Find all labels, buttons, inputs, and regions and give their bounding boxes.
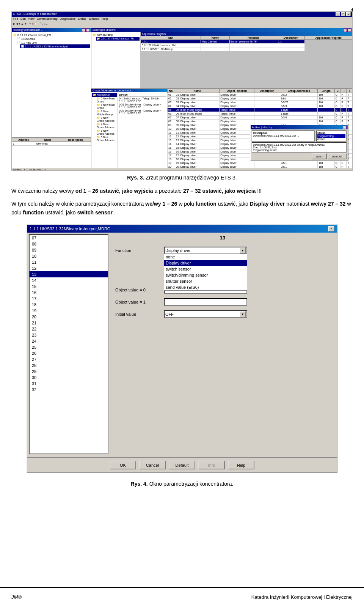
list-item-29[interactable]: 29 (30, 368, 108, 375)
list-item-09[interactable]: 09 (30, 247, 108, 253)
para1-text2: a pozostałe (154, 188, 183, 194)
ga-item-4[interactable]: 📁 3 New Group Address (96, 116, 117, 123)
status-dialog-close[interactable]: × (343, 126, 347, 129)
obj-value-0-label: Object value = 0 (115, 288, 161, 292)
para2-text7: . (114, 209, 116, 216)
initial-dropdown-arrow[interactable]: ▼ (240, 311, 246, 317)
ets-right-panel: Buildings/Functions _ × 📁 New Building 📁… (91, 28, 352, 168)
dialog-titlebar: 1.1.1 UK/S32.1 32f-Binary in-/output,MDR… (27, 225, 337, 233)
default-button[interactable]: Default (169, 461, 195, 469)
close-icon[interactable]: × (346, 12, 351, 16)
option-switch-dimming[interactable]: switch/dimming sensor (164, 272, 247, 278)
cancel-button[interactable]: Cancel (139, 461, 166, 469)
maximize-icon[interactable]: □ (341, 12, 345, 16)
figure3-caption-text: Zrzut programu narzędziowego ETS 3. (146, 175, 237, 181)
tree-item-2[interactable]: 📄1 New Area (16, 37, 90, 41)
ok-button[interactable]: OK (110, 461, 136, 469)
bt-item-1[interactable]: 📁 New Building (92, 33, 140, 37)
list-item-19[interactable]: 19 (30, 308, 108, 314)
ga-item-5[interactable]: 📁 4 New Group Address (96, 123, 117, 129)
list-item-27[interactable]: 27 (30, 356, 108, 362)
para2-bold6: switch sensor (77, 209, 113, 216)
ga-item-7[interactable]: 📁 6 New Group Address (96, 135, 117, 142)
objects-area: Group Addresses in concentrator... 📁 Mai… (91, 89, 352, 168)
buildings-panel-title: Buildings/Functions _ × (91, 28, 352, 32)
list-item-12[interactable]: 12 (30, 265, 108, 271)
para2-bold5: function (23, 209, 44, 216)
ga-item-3[interactable]: 📁 2 New Middle Group (96, 110, 117, 116)
list-item-22[interactable]: 22 (30, 326, 108, 332)
option-send-value[interactable]: send value (EIS6) (164, 284, 247, 290)
list-item-21[interactable]: 21 (30, 320, 108, 326)
menu-extras[interactable]: Extras (78, 17, 86, 20)
help-button[interactable]: Help (228, 461, 254, 469)
option-switch-sensor[interactable]: switch sensor (164, 266, 247, 272)
topology-panel-title: Topology (concentrator ... _ × (12, 28, 91, 32)
list-item-15[interactable]: 15 (30, 283, 108, 290)
application-panel: Application Program SlotNameFunctionDesc… (141, 32, 352, 88)
para1-bold2: 27 – 32 ustawić, jako wejścia (183, 188, 256, 194)
list-item-18[interactable]: 18 (30, 302, 108, 308)
list-item-24[interactable]: 24 (30, 338, 108, 344)
function-row: Function Display driver ▼ none Display d… (114, 246, 331, 255)
option-none[interactable]: none (164, 254, 247, 260)
list-item-10[interactable]: 10 (30, 253, 108, 259)
list-item-26[interactable]: 26 (30, 350, 108, 356)
menu-commissioning[interactable]: Commissioning (37, 17, 58, 20)
function-dropdown-arrow[interactable]: ▼ (240, 247, 246, 253)
menu-help[interactable]: Help (102, 17, 108, 20)
tree-item-4[interactable]: 📄1.1.1 UK/S32.1 32f-Binary in-/output (20, 44, 90, 48)
option-shutter[interactable]: shutter sensor (164, 278, 247, 284)
ets-toolbar: ▶ ◀ ■ ▲ ▼ | ✂ ⎘ 📋 | 🔍 | ... (12, 21, 352, 28)
ga-item-1[interactable]: 📁 0 New Main Group (96, 97, 117, 103)
minimize-icon[interactable]: _ (336, 12, 340, 16)
option-display-driver[interactable]: Display driver (164, 260, 247, 266)
para2-text6: ustawić, jako (45, 209, 77, 216)
para2-text4: natomiast (286, 201, 311, 207)
function-dropdown[interactable]: Display driver ▼ (164, 247, 247, 254)
list-item-11[interactable]: 11 (30, 259, 108, 265)
list-item-31[interactable]: 31 (30, 381, 108, 387)
ga-item-maingroup[interactable]: 📁 Maingroup (92, 93, 117, 97)
list-item-25[interactable]: 25 (30, 344, 108, 350)
bp-close-icon[interactable]: × (347, 28, 351, 32)
list-item-28[interactable]: 28 (30, 362, 108, 368)
list-item-16[interactable]: 16 (30, 290, 108, 296)
ga-item-2[interactable]: 📁 1 New Main Group (96, 103, 117, 110)
menu-file[interactable]: File (13, 17, 18, 20)
initial-value-dropdown[interactable]: OFF ▼ (164, 310, 247, 318)
ga-item-6[interactable]: 📁 5 New Group Address (96, 129, 117, 135)
list-item-17[interactable]: 17 (30, 296, 108, 302)
tree-item-1[interactable]: 📁0.0.1.27 #Switch sensor_FM (13, 33, 90, 37)
menu-window[interactable]: Window (89, 17, 99, 20)
dialog-close-btn[interactable]: × (328, 226, 334, 231)
bt-item-2[interactable]: 📁 0.0.1.27 #Switch sensor_FM (96, 37, 140, 41)
ets-title: ETS3 - Buildings in concentrator (13, 12, 57, 16)
menu-diagnostics[interactable]: Diagnostics (60, 17, 75, 20)
list-item-32[interactable]: 32 (30, 387, 108, 393)
bp-min-icon[interactable]: _ (343, 28, 347, 32)
abort-button[interactable]: Abort (312, 153, 327, 159)
io-list-scroll[interactable]: 07 08 09 10 11 12 13 14 15 16 17 18 19 2… (29, 234, 108, 454)
list-item-23[interactable]: 23 (30, 332, 108, 338)
menu-edit[interactable]: Edit (20, 17, 26, 20)
app-panel-title: Application Program (141, 32, 352, 36)
panel-close-icon[interactable]: × (86, 28, 90, 32)
paragraph2: W tym celu należy w oknie parametryzacji… (11, 200, 353, 217)
dialog-buttons-area: OK Cancel Default Info Help (27, 457, 337, 472)
list-item-14[interactable]: 14 (30, 277, 108, 283)
menu-view[interactable]: View (28, 17, 35, 20)
tree-item-3[interactable]: 📄1.1 New Line (16, 41, 90, 44)
para2-text2: w polu (179, 201, 195, 207)
list-item-08[interactable]: 08 (30, 241, 108, 247)
io-list[interactable]: 07 08 09 10 11 12 13 14 15 16 17 18 19 2… (29, 234, 108, 454)
list-item-20[interactable]: 20 (30, 314, 108, 320)
abort-all-button[interactable]: Abort All (328, 153, 347, 159)
list-item-07[interactable]: 07 (30, 235, 108, 241)
list-item-13[interactable]: 13 (30, 271, 108, 277)
obj-value-1-row: Object value = 1 (114, 297, 331, 307)
panel-min-icon[interactable]: _ (82, 28, 86, 32)
info-button[interactable]: Info (198, 461, 225, 469)
list-item-30[interactable]: 30 (30, 375, 108, 381)
ets-content-area: Topology (concentrator ... _ × 📁0.0.1.27… (12, 28, 352, 168)
